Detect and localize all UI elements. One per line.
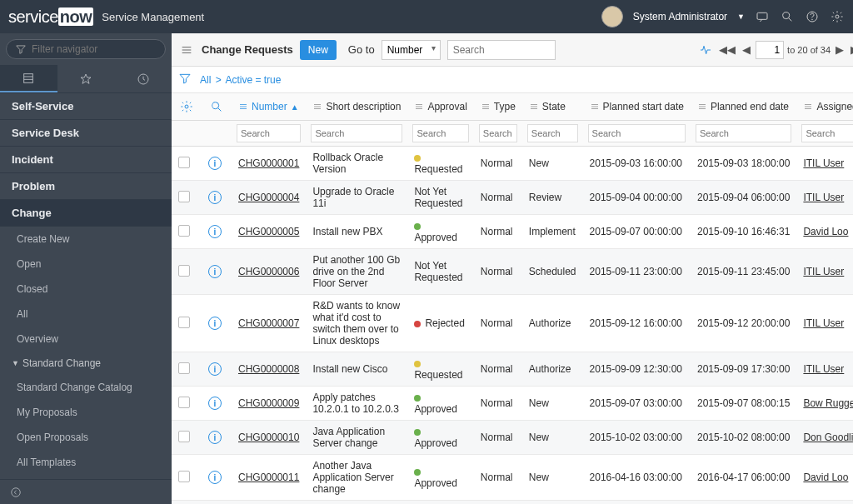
activity-icon[interactable] — [697, 42, 714, 58]
assigned-link[interactable]: Don Goodliffe — [803, 432, 853, 443]
assigned-link[interactable]: ITIL User — [803, 157, 844, 169]
number-link[interactable]: CHG0000001 — [238, 157, 299, 169]
row-checkbox[interactable] — [178, 157, 190, 168]
row-checkbox[interactable] — [178, 191, 190, 202]
col-planned-start[interactable]: Planned start date — [583, 93, 691, 121]
sidebar-item-self-service[interactable]: Self-Service — [0, 93, 172, 120]
row-checkbox[interactable] — [178, 317, 190, 328]
search-number[interactable] — [237, 124, 301, 142]
sidebar-item-service-desk[interactable]: Service Desk — [0, 120, 172, 147]
info-icon[interactable]: i — [208, 471, 222, 484]
column-gear-icon[interactable] — [178, 98, 195, 115]
table-row[interactable]: iCHG0000008Install new CiscoRequestedNor… — [172, 352, 853, 387]
info-icon[interactable]: i — [208, 317, 222, 330]
nav-tab-favorites[interactable] — [57, 65, 115, 92]
assigned-link[interactable]: ITIL User — [803, 317, 844, 329]
number-link[interactable]: CHG0000010 — [238, 432, 299, 443]
search-icon[interactable] — [780, 9, 795, 24]
table-row[interactable]: iCHG0000009Apply patches 10.2.0.1 to 10.… — [172, 387, 853, 421]
filter-funnel-icon[interactable] — [178, 72, 192, 87]
info-icon[interactable]: i — [208, 191, 222, 204]
sidebar-group-standard-change[interactable]: ▼Standard Change — [0, 352, 172, 375]
sidebar-item-open[interactable]: Open — [0, 252, 172, 277]
search-assigned[interactable] — [801, 124, 853, 142]
search-approval[interactable] — [412, 124, 468, 142]
nav-tab-history[interactable] — [114, 65, 172, 92]
info-icon[interactable]: i — [208, 225, 222, 238]
gear-icon[interactable] — [830, 9, 845, 24]
page-prev[interactable]: ◀ — [741, 42, 752, 57]
sidebar-item-create-new[interactable]: Create New — [0, 227, 172, 252]
number-link[interactable]: CHG0000011 — [238, 472, 299, 483]
col-approval[interactable]: Approval — [407, 93, 473, 121]
chat-icon[interactable] — [755, 9, 770, 24]
nav-tab-all[interactable] — [0, 65, 57, 92]
page-current-input[interactable] — [756, 41, 784, 59]
number-link[interactable]: CHG0000007 — [238, 317, 299, 329]
collapse-icon[interactable] — [8, 485, 23, 500]
sidebar-item-incident[interactable]: Incident — [0, 147, 172, 173]
user-name[interactable]: System Administrator — [633, 11, 727, 22]
goto-select[interactable]: Number — [382, 40, 441, 60]
crumb-filter[interactable]: Active = true — [225, 74, 281, 86]
sidebar-item-problem[interactable]: Problem — [0, 173, 172, 200]
filter-navigator-input[interactable] — [32, 43, 157, 55]
sidebar-item-my-proposals[interactable]: My Proposals — [0, 400, 172, 425]
number-link[interactable]: CHG0000008 — [238, 363, 299, 375]
toolbar-search-input[interactable] — [447, 40, 556, 60]
row-checkbox[interactable] — [178, 265, 190, 277]
crumb-all[interactable]: All — [200, 74, 211, 86]
assigned-link[interactable]: ITIL User — [803, 266, 844, 277]
sidebar-item-open-proposals[interactable]: Open Proposals — [0, 425, 172, 450]
number-link[interactable]: CHG0000006 — [238, 266, 299, 277]
search-end[interactable] — [696, 124, 791, 142]
table-row[interactable]: iCHG0000004Upgrade to Oracle 11iNot Yet … — [172, 181, 853, 215]
col-number[interactable]: Number▲ — [232, 93, 306, 121]
search-desc[interactable] — [311, 124, 402, 142]
col-state[interactable]: State — [522, 93, 583, 121]
sidebar-item-standard-change-catalog[interactable]: Standard Change Catalog — [0, 375, 172, 400]
page-next[interactable]: ▶ — [834, 42, 846, 57]
row-checkbox[interactable] — [178, 225, 190, 237]
info-icon[interactable]: i — [208, 265, 222, 278]
assigned-link[interactable]: David Loo — [803, 226, 848, 237]
avatar[interactable] — [601, 6, 623, 27]
row-checkbox[interactable] — [178, 362, 190, 374]
col-short-desc[interactable]: Short description — [306, 93, 407, 121]
goto-select-wrap[interactable]: Number — [382, 40, 441, 60]
number-link[interactable]: CHG0000009 — [238, 397, 299, 409]
filter-nav-wrap[interactable] — [6, 39, 166, 59]
column-search-icon[interactable] — [208, 98, 225, 115]
assigned-link[interactable]: ITIL User — [803, 363, 844, 375]
sidebar-item-closed[interactable]: Closed — [0, 277, 172, 302]
sidebar-item-change[interactable]: Change — [0, 200, 172, 227]
table-row[interactable]: iCHG0000010Java Application Server chang… — [172, 421, 853, 455]
sidebar-item-all-templates[interactable]: All Templates — [0, 450, 172, 475]
number-link[interactable]: CHG0000004 — [238, 192, 299, 203]
table-row[interactable]: iCHG0000007R&D wants to know what it'd c… — [172, 295, 853, 352]
table-row[interactable]: iCHG0000012Java App ServerApprovedNormal… — [172, 501, 853, 505]
search-type[interactable] — [479, 124, 517, 142]
new-button[interactable]: New — [300, 40, 337, 60]
info-icon[interactable]: i — [208, 431, 222, 444]
col-assigned-to[interactable]: Assigned to — [796, 93, 853, 121]
assigned-link[interactable]: David Loo — [803, 472, 848, 483]
col-planned-end[interactable]: Planned end date — [691, 93, 796, 121]
assigned-link[interactable]: Bow Ruggeri — [803, 397, 853, 409]
menu-icon[interactable] — [178, 42, 195, 58]
assigned-link[interactable]: ITIL User — [803, 192, 844, 203]
row-checkbox[interactable] — [178, 471, 190, 482]
page-last[interactable]: ▶▶ — [849, 42, 853, 57]
search-start[interactable] — [588, 124, 686, 142]
table-row[interactable]: iCHG0000011Another Java Application Serv… — [172, 455, 853, 501]
info-icon[interactable]: i — [208, 362, 222, 376]
row-checkbox[interactable] — [178, 397, 190, 408]
table-row[interactable]: iCHG0000005Install new PBXApprovedNormal… — [172, 215, 853, 249]
sidebar-item-all[interactable]: All — [0, 302, 172, 327]
help-icon[interactable] — [805, 9, 820, 24]
search-state[interactable] — [527, 124, 578, 142]
table-row[interactable]: iCHG0000006Put another 100 Gb drive on t… — [172, 249, 853, 295]
sidebar-item-overview[interactable]: Overview — [0, 327, 172, 352]
info-icon[interactable]: i — [208, 397, 222, 410]
info-icon[interactable]: i — [208, 157, 222, 170]
